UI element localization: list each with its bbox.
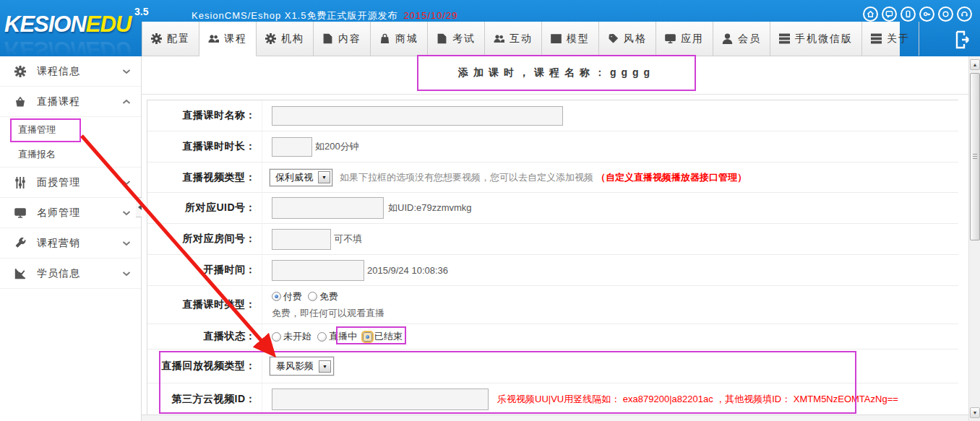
menu-icon (871, 33, 882, 44)
form-row-cloud-id: 第三方云视频ID： 乐视视频UU|VU用竖线隔如： exa879200|a822… (147, 383, 958, 415)
tab-interaction[interactable]: 互动 (485, 22, 542, 56)
sidebar-item-teacher-management[interactable]: 名师管理 (0, 198, 141, 228)
form-row-video-type: 直播视频类型： 保利威视 ▼ 如果下拉框的选项没有您想要视频，您可以去自定义添加… (147, 162, 958, 193)
main-content: 添加课时，课程名称：gggg 直播课时名称： 直播课时时长： 如200分钟 直播… (142, 56, 968, 421)
wrench-icon (14, 238, 26, 249)
logo-secondary: EDU (86, 12, 131, 37)
field-label: 直播状态： (147, 324, 262, 349)
main-nav: 配置 课程 机构 内容 商城 考试 互动 模型 风格 应用 会员 手机微信版 关… (142, 22, 900, 56)
lesson-name-input[interactable] (272, 106, 563, 126)
gear-icon (14, 66, 26, 77)
logo-text: KESIONEDU (4, 12, 131, 38)
start-time-hint: 2015/9/24 10:08:36 (367, 265, 448, 276)
radio-live[interactable] (317, 332, 327, 342)
field-label: 直播课时时长： (147, 131, 262, 162)
field-label: 开播时间： (147, 255, 262, 285)
start-time-input[interactable] (272, 260, 364, 281)
chart-icon (14, 268, 26, 279)
form-row-start-time: 开播时间： 2015/9/24 10:08:36 (147, 255, 958, 286)
tab-config[interactable]: 配置 (142, 22, 199, 56)
logout-icon[interactable] (954, 30, 973, 50)
content-bottom-strip (142, 415, 968, 421)
scroll-down-button[interactable]: ▼ (970, 407, 980, 418)
document-icon (322, 33, 333, 44)
cloud-video-id-input[interactable] (272, 389, 489, 410)
logo: KESIONEDU KESIONEDU (0, 0, 142, 56)
tab-mall[interactable]: 商城 (371, 22, 428, 56)
basket-icon (14, 96, 26, 108)
uid-hint: 如UID:e79zzmvmkg (388, 201, 472, 214)
status-radios: 未开始 直播中 已结束 (272, 330, 408, 343)
sliders-icon (14, 177, 26, 188)
radio-ended[interactable] (363, 332, 372, 342)
home-icon[interactable] (863, 6, 878, 22)
form-row-playback-type: 直播回放视频类型： 暴风影频 ▼ (147, 350, 958, 383)
sidebar-item-live-courses[interactable]: 直播课程 (0, 87, 141, 117)
tab-about[interactable]: 关于 (862, 22, 919, 56)
field-label: 所对应UID号： (147, 193, 262, 223)
sidebar-item-offline-management[interactable]: 面授管理 (0, 168, 141, 198)
live-lesson-form: 直播课时名称： 直播课时时长： 如200分钟 直播视频类型： 保利威视 ▼ 如果… (147, 100, 958, 415)
radio-free[interactable] (308, 292, 317, 301)
form-row-status: 直播状态： 未开始 直播中 已结束 (147, 324, 958, 350)
tab-content[interactable]: 内容 (314, 22, 371, 56)
users-icon (494, 33, 504, 44)
duration-hint: 如200分钟 (315, 140, 359, 153)
service-icon[interactable] (957, 6, 972, 22)
gear-icon (151, 33, 162, 44)
fee-type-radios: 付费 免费 (272, 290, 344, 303)
document-icon (437, 33, 447, 44)
form-row-uid: 所对应UID号： 如UID:e79zzmvmkg (147, 193, 958, 224)
monitor-icon (14, 207, 26, 219)
field-label: 直播课时类型： (147, 286, 262, 324)
sidebar-item-course-info[interactable]: 课程信息 (0, 56, 141, 87)
key-icon[interactable] (919, 6, 934, 22)
tab-models[interactable]: 模型 (542, 22, 599, 56)
version-label: 3.5 (134, 6, 148, 17)
table-icon (551, 33, 562, 44)
tab-exams[interactable]: 考试 (428, 22, 485, 56)
chevron-down-icon (122, 210, 131, 216)
vertical-scrollbar: ▲ ▼ (968, 56, 980, 421)
chevron-down-icon (122, 240, 131, 246)
custom-player-link[interactable]: （自定义直播视频播放器接口管理） (596, 171, 747, 184)
sidebar-item-course-marketing[interactable]: 课程营销 (0, 228, 141, 259)
tab-members[interactable]: 会员 (713, 22, 770, 56)
video-type-select[interactable]: 保利威视 ▼ (270, 169, 332, 186)
sidebar-item-student-info[interactable]: 学员信息 (0, 259, 141, 289)
uid-input[interactable] (272, 197, 384, 219)
tab-apps[interactable]: 应用 (656, 22, 713, 56)
playback-type-select[interactable]: 暴风影频 ▼ (270, 357, 334, 376)
field-label: 直播课时名称： (147, 100, 262, 131)
sidebar-subitem-live-registration[interactable]: 直播报名 (0, 142, 141, 168)
monitor-icon (665, 33, 676, 44)
room-input[interactable] (272, 229, 331, 250)
scroll-up-button[interactable]: ▲ (970, 59, 980, 70)
chevron-down-icon (122, 271, 131, 277)
tab-institutions[interactable]: 机构 (257, 22, 314, 56)
chevron-down-icon (122, 69, 131, 74)
mobile-icon[interactable] (901, 6, 916, 22)
duration-input[interactable] (272, 137, 312, 157)
sidebar-subitem-live-management[interactable]: 直播管理 (0, 117, 141, 142)
gear-icon (265, 33, 276, 44)
scrollbar-thumb[interactable] (970, 73, 980, 240)
topbar-quick-icons (863, 6, 972, 22)
banner-box: 添加课时，课程名称：gggg (417, 55, 696, 91)
tab-mobile-wechat[interactable]: 手机微信版 (770, 22, 862, 56)
radio-paid[interactable] (272, 292, 281, 301)
dropdown-arrow-icon: ▼ (318, 171, 330, 183)
record-icon[interactable] (938, 6, 953, 22)
user-icon (722, 33, 733, 44)
chat-icon[interactable] (882, 6, 897, 22)
tab-styles[interactable]: 风格 (599, 22, 656, 56)
tag-icon (608, 33, 619, 44)
radio-not-started[interactable] (272, 332, 281, 342)
cloud-id-hint: 乐视视频UU|VU用竖线隔如： exa879200|a82201ac ，其他视频… (497, 393, 898, 406)
tab-courses[interactable]: 课程 (199, 22, 257, 56)
users-icon (208, 33, 219, 44)
logo-primary: KESION (4, 12, 86, 37)
divider (142, 94, 968, 95)
sidebar: 课程信息 直播课程 直播管理 直播报名 面授管理 名师管理 课程营销 (0, 56, 142, 421)
dropdown-arrow-icon: ▼ (319, 360, 331, 373)
